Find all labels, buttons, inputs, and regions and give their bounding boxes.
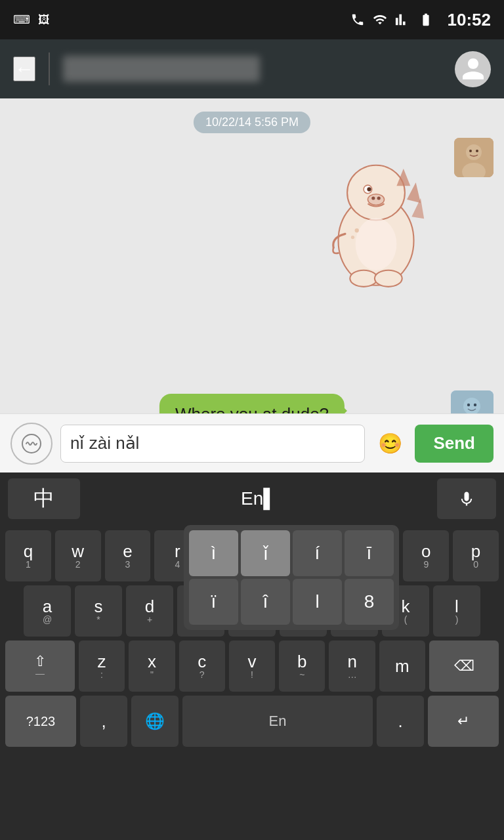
key-z[interactable]: z:: [79, 640, 125, 692]
key-b[interactable]: b~: [279, 640, 325, 692]
key-c[interactable]: c?: [179, 640, 225, 692]
key-d[interactable]: d+: [126, 585, 173, 637]
key-v[interactable]: v!: [229, 640, 275, 692]
contact-name: [63, 56, 260, 82]
period-key[interactable]: .: [377, 696, 424, 747]
svg-point-6: [367, 187, 371, 191]
mic-icon: [457, 490, 476, 508]
svg-point-16: [466, 144, 482, 160]
svg-point-7: [368, 194, 384, 205]
svg-point-8: [371, 196, 375, 200]
lang-label: En: [241, 488, 263, 509]
accent-key-6[interactable]: l: [293, 579, 342, 625]
backspace-key[interactable]: ⌫: [429, 640, 499, 692]
accent-key-0[interactable]: ì: [189, 530, 238, 576]
sticker-message: [301, 138, 452, 289]
app-bar-divider: [49, 52, 50, 85]
key-p[interactable]: p0: [453, 530, 499, 581]
key-s[interactable]: s*: [75, 585, 122, 637]
voice-waves-icon: [21, 433, 42, 454]
sender-avatar-1: [454, 138, 494, 177]
key-e[interactable]: e3: [105, 530, 151, 581]
image-icon: 🖼: [38, 13, 50, 27]
right-status-icons: 10:52: [350, 10, 492, 30]
app-bar: ←: [0, 39, 504, 98]
voice-button[interactable]: [10, 423, 52, 465]
globe-key[interactable]: 🌐: [131, 696, 178, 747]
back-button[interactable]: ←: [13, 56, 35, 81]
svg-point-9: [377, 196, 381, 200]
accent-key-2[interactable]: í: [293, 530, 342, 576]
key-o[interactable]: o9: [403, 530, 449, 581]
svg-point-1: [347, 165, 405, 220]
svg-point-23: [467, 404, 470, 406]
enter-key[interactable]: ↵: [428, 696, 499, 747]
message-text: Where you at dude?: [175, 404, 329, 413]
timestamp-badge: 10/22/14 5:56 PM: [194, 112, 310, 133]
svg-point-14: [351, 236, 354, 239]
wifi-icon: [371, 12, 388, 27]
svg-point-18: [469, 150, 472, 152]
input-bar: 😊 Send: [0, 413, 504, 472]
key-w[interactable]: w2: [55, 530, 101, 581]
keyboard-row-3: ⇧ — z: x" c? v! b~ n… m ⌫: [0, 640, 504, 692]
keyboard-icon: ⌨: [13, 12, 30, 27]
svg-point-10: [350, 270, 377, 287]
space-key[interactable]: En: [182, 696, 373, 747]
key-q[interactable]: q1: [5, 530, 51, 581]
language-button[interactable]: En ▌: [85, 478, 432, 519]
key-m[interactable]: m: [379, 640, 425, 692]
battery-icon: [416, 12, 436, 27]
message-input[interactable]: [60, 425, 365, 463]
sticker-image: [301, 138, 452, 289]
send-button[interactable]: Send: [415, 425, 494, 463]
keyboard-top-row: 中 En ▌: [0, 472, 504, 525]
space-key-label: En: [269, 714, 287, 728]
chat-area: 10/22/14 5:56 PM: [0, 98, 504, 413]
left-status-icons: ⌨ 🖼: [13, 12, 50, 27]
key-n[interactable]: n…: [329, 640, 375, 692]
accent-key-3[interactable]: ī: [345, 530, 394, 576]
message-bubble: Where you at dude?: [159, 394, 345, 413]
status-bar: ⌨ 🖼 10:52: [0, 0, 504, 39]
symbols-key[interactable]: ?123: [5, 696, 76, 747]
comma-key[interactable]: ,: [80, 696, 127, 747]
status-time: 10:52: [448, 10, 492, 30]
avatar-face-2: [451, 390, 494, 413]
accent-key-4[interactable]: ï: [189, 579, 238, 625]
signal-icon: [395, 12, 410, 27]
svg-point-12: [356, 218, 397, 270]
svg-point-24: [474, 404, 476, 406]
emoji-button[interactable]: 😊: [373, 427, 407, 461]
person-icon: [460, 56, 486, 82]
sender-avatar-2: [451, 390, 494, 413]
svg-point-11: [375, 270, 402, 287]
avatar-face-1: [454, 138, 494, 177]
keyboard: ì ǐ í ī ï î l 8 中 En ▌ q1 w2 e3 r4 t5 y6…: [0, 472, 504, 840]
key-l[interactable]: l): [433, 585, 480, 637]
accent-key-1[interactable]: ǐ: [241, 530, 290, 576]
chinese-input-button[interactable]: 中: [8, 478, 80, 519]
lang-cursor: ▌: [263, 488, 276, 509]
svg-point-13: [355, 228, 359, 232]
phone-icon: [350, 12, 365, 27]
svg-point-19: [476, 150, 478, 152]
accent-key-7[interactable]: 8: [345, 579, 394, 625]
accent-key-5[interactable]: î: [241, 579, 290, 625]
keyboard-row-4: ?123 , 🌐 En . ↵: [0, 696, 504, 747]
key-x[interactable]: x": [129, 640, 175, 692]
shift-key[interactable]: ⇧ —: [5, 640, 75, 692]
microphone-button[interactable]: [437, 478, 496, 519]
contact-avatar-button[interactable]: [455, 51, 491, 87]
key-a[interactable]: a@: [24, 585, 71, 637]
accent-popup: ì ǐ í ī ï î l 8: [184, 525, 399, 630]
